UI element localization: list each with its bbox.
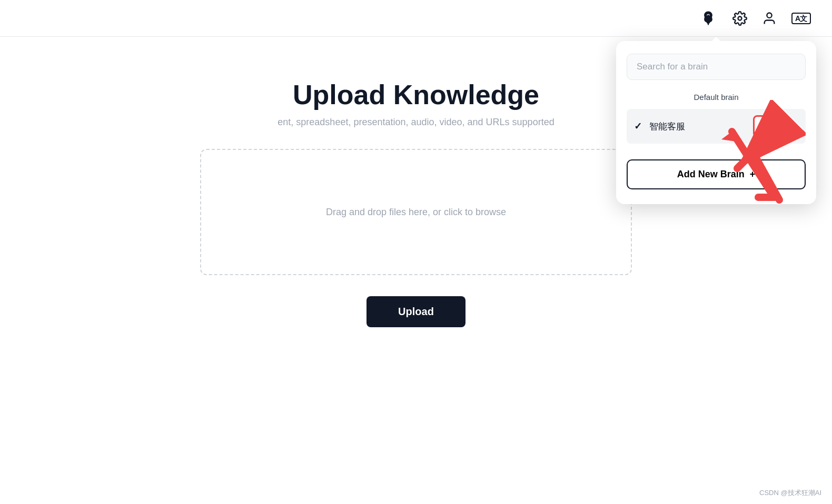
brain-list-item[interactable]: ✓ 智能客服 (627, 109, 806, 144)
svg-line-7 (762, 127, 766, 128)
translate-icon[interactable]: A文 (791, 13, 811, 24)
svg-line-8 (762, 124, 766, 125)
add-brain-label: Add New Brain (677, 169, 745, 180)
brain-dropdown-panel: Default brain ✓ 智能客服 Add New Brain (616, 41, 816, 204)
brain-icon[interactable] (699, 9, 718, 28)
svg-point-4 (766, 122, 768, 125)
default-brain-label: Default brain (627, 93, 806, 102)
search-brain-input[interactable] (627, 54, 806, 80)
svg-point-2 (738, 16, 741, 20)
search-container (627, 54, 806, 80)
svg-point-5 (760, 125, 763, 128)
page-subtitle: ent, spreadsheet, presentation, audio, v… (278, 117, 554, 128)
svg-point-6 (766, 128, 768, 130)
navbar: A文 (0, 0, 832, 37)
drop-zone[interactable]: Drag and drop files here, or click to br… (200, 149, 632, 275)
add-new-brain-button[interactable]: Add New Brain + (627, 159, 806, 189)
user-icon[interactable] (762, 11, 777, 26)
upload-button[interactable]: Upload (367, 296, 465, 327)
gear-icon[interactable] (732, 11, 747, 26)
add-brain-plus-icon: + (750, 169, 756, 180)
page-title: Upload Knowledge (293, 79, 539, 110)
drop-zone-text: Drag and drop files here, or click to br… (326, 207, 506, 218)
watermark: CSDN @技术狂潮AI (759, 488, 821, 498)
svg-point-0 (705, 16, 706, 18)
svg-point-3 (767, 13, 771, 17)
brain-selected-check: ✓ (634, 120, 642, 132)
svg-point-1 (710, 16, 712, 18)
delete-brain-button[interactable] (779, 117, 798, 136)
share-brain-button[interactable] (753, 115, 775, 137)
brain-item-name: 智能客服 (649, 120, 753, 133)
